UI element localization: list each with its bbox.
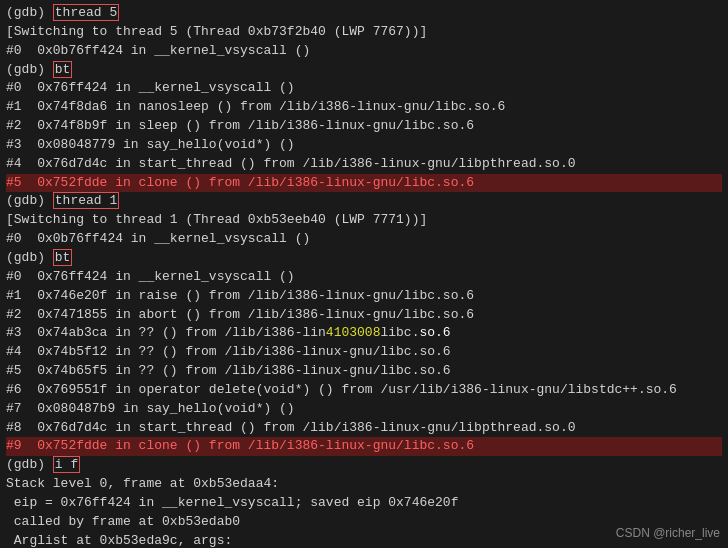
line-24: #9 0x752fdde in clone () from /lib/i386-… (6, 437, 722, 456)
line-11: (gdb) thread 1 (6, 192, 722, 211)
prompt-2: (gdb) (6, 62, 53, 77)
prompt-1: (gdb) (6, 5, 53, 20)
line-13: #0 0x0b76ff424 in __kernel_vsyscall () (6, 230, 722, 249)
cmd-bt-2: bt (53, 249, 73, 266)
line-20: #5 0x74b65f5 in ?? () from /lib/i386-lin… (6, 362, 722, 381)
cmd-thread1: thread 1 (53, 192, 119, 209)
line-9: #4 0x76d7d4c in start_thread () from /li… (6, 155, 722, 174)
line-17: #2 0x7471855 in abort () from /lib/i386-… (6, 306, 722, 325)
prompt-4: (gdb) (6, 250, 53, 265)
line-7: #2 0x74f8b9f in sleep () from /lib/i386-… (6, 117, 722, 136)
line-15: #0 0x76ff424 in __kernel_vsyscall () (6, 268, 722, 287)
line-18: #3 0x74ab3ca in ?? () from /lib/i386-lin… (6, 324, 722, 343)
line-2: [Switching to thread 5 (Thread 0xb73f2b4… (6, 23, 722, 42)
line-29: Arglist at 0xb53eda9c, args: (6, 532, 722, 548)
cmd-thread5: thread 5 (53, 4, 119, 21)
line-16: #1 0x746e20f in raise () from /lib/i386-… (6, 287, 722, 306)
line-10: #5 0x752fdde in clone () from /lib/i386-… (6, 174, 722, 193)
line-14: (gdb) bt (6, 249, 722, 268)
line-4: (gdb) bt (6, 61, 722, 80)
line-1: (gdb) thread 5 (6, 4, 722, 23)
prompt-5: (gdb) (6, 457, 53, 472)
output-area: (gdb) thread 5 [Switching to thread 5 (T… (6, 4, 722, 548)
cmd-bt-1: bt (53, 61, 73, 78)
prompt-3: (gdb) (6, 193, 53, 208)
line-23: #8 0x76d7d4c in start_thread () from /li… (6, 419, 722, 438)
watermark: CSDN @richer_live (616, 526, 720, 540)
line-19: #4 0x74b5f12 in ?? () from /lib/i386-lin… (6, 343, 722, 362)
line-3: #0 0x0b76ff424 in __kernel_vsyscall () (6, 42, 722, 61)
terminal: (gdb) thread 5 [Switching to thread 5 (T… (0, 0, 728, 548)
line-28: called by frame at 0xb53edab0 (6, 513, 722, 532)
line-5: #0 0x76ff424 in __kernel_vsyscall () (6, 79, 722, 98)
line-25: (gdb) i f (6, 456, 722, 475)
line-6: #1 0x74f8da6 in nanosleep () from /lib/i… (6, 98, 722, 117)
line-27: eip = 0x76ff424 in __kernel_vsyscall; sa… (6, 494, 722, 513)
line-12: [Switching to thread 1 (Thread 0xb53eeb4… (6, 211, 722, 230)
line-26: Stack level 0, frame at 0xb53edaa4: (6, 475, 722, 494)
line-22: #7 0x080487b9 in say_hello(void*) () (6, 400, 722, 419)
cmd-if: i f (53, 456, 80, 473)
line-8: #3 0x08048779 in say_hello(void*) () (6, 136, 722, 155)
line-21: #6 0x769551f in operator delete(void*) (… (6, 381, 722, 400)
